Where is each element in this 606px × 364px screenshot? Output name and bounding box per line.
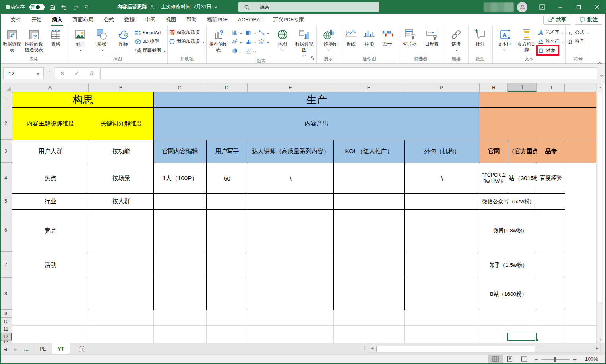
formula-input[interactable] xyxy=(100,67,597,79)
row-header-1[interactable]: 1 xyxy=(0,92,12,107)
search-input[interactable]: 搜索 xyxy=(238,2,379,12)
column-header-E[interactable]: E xyxy=(248,83,333,92)
zoom-slider-thumb[interactable] xyxy=(554,357,556,362)
column-header-D[interactable]: D xyxy=(206,83,248,92)
ribbon-tab-视图[interactable]: 视图 xyxy=(161,14,181,26)
cell-H6[interactable]: 微博(1.8w粉) xyxy=(480,209,537,252)
icons-button[interactable]: 图标 xyxy=(113,27,134,54)
table-button[interactable]: 表格 xyxy=(45,27,66,54)
row-header-10[interactable]: 10 xyxy=(0,318,12,325)
autosave-toggle[interactable]: 开 xyxy=(29,4,45,10)
cell-D5[interactable] xyxy=(206,193,248,210)
maximize-button[interactable] xyxy=(569,0,588,14)
cell-H4[interactable]: 非CPC 0.28w UV/天 xyxy=(480,163,508,194)
cell-F4[interactable] xyxy=(333,163,405,194)
recommended-pivottables-button[interactable]: ?推荐的数据透视表 xyxy=(23,27,45,54)
cell-H3[interactable]: 官网 xyxy=(480,140,508,163)
smartart-button[interactable]: SmartArt xyxy=(135,29,161,36)
row-header-6[interactable]: 6 xyxy=(0,209,12,252)
cell-E6[interactable] xyxy=(248,209,334,252)
cell-B3[interactable]: 按功能 xyxy=(89,140,154,163)
cell-E3[interactable]: 达人讲师（高质量系列内容） xyxy=(248,140,334,163)
cell-H2[interactable] xyxy=(480,107,596,140)
cell-C4[interactable]: 1人（100P） xyxy=(153,163,207,194)
enter-icon[interactable]: ✓ xyxy=(74,70,79,77)
cell-G3[interactable]: 外包（机构） xyxy=(404,140,480,163)
ribbon-tab-ACROBAT[interactable]: ACROBAT xyxy=(233,14,268,26)
ribbon-tab-审阅[interactable]: 审阅 xyxy=(140,14,161,26)
cell-J3[interactable]: 品专 xyxy=(537,140,565,163)
column-header-G[interactable]: G xyxy=(404,83,480,92)
normal-view-button[interactable] xyxy=(488,355,503,363)
wordart-button[interactable]: A艺术字 xyxy=(538,29,565,36)
redo-button[interactable] xyxy=(72,4,79,10)
new-sheet-button[interactable]: + xyxy=(79,346,85,352)
cell-B6[interactable] xyxy=(89,209,154,252)
row-header-11[interactable]: 11 xyxy=(0,325,12,333)
column-sparkline-button[interactable]: 柱形 xyxy=(360,27,378,47)
cell-F6[interactable] xyxy=(333,209,405,252)
cell-B2[interactable]: 关键词分解维度 xyxy=(89,107,154,140)
equation-button[interactable]: π公式 xyxy=(567,29,589,36)
cell-K3[interactable] xyxy=(565,140,596,163)
ribbon-display-options-button[interactable] xyxy=(533,0,551,14)
column-header-partial[interactable] xyxy=(565,83,596,92)
line-sparkline-button[interactable]: 折线 xyxy=(342,27,360,47)
cell-C3[interactable]: 官网内容编辑 xyxy=(153,140,207,163)
cell-E7[interactable] xyxy=(248,252,334,278)
signature-line-button[interactable]: 签名行 xyxy=(538,38,565,45)
ribbon-tab-帮助[interactable]: 帮助 xyxy=(181,14,202,26)
scroll-left-icon[interactable]: ◀ xyxy=(371,347,373,350)
cell-H1[interactable] xyxy=(480,92,596,108)
hscroll-drag-handle[interactable]: ⋮ xyxy=(362,345,367,351)
cell-A1[interactable]: 构思 xyxy=(12,92,154,108)
save-button[interactable] xyxy=(49,4,56,10)
get-addins-button[interactable]: 获取加载项 xyxy=(169,29,200,36)
cell-C8[interactable] xyxy=(153,278,207,310)
column-header-F[interactable]: F xyxy=(333,83,404,92)
cell-A4[interactable]: 热点 xyxy=(12,163,89,194)
customize-quick-access-icon[interactable] xyxy=(84,5,88,9)
page-layout-view-button[interactable] xyxy=(503,355,517,363)
symbol-button[interactable]: Ω符号 xyxy=(567,38,584,45)
cancel-icon[interactable]: × xyxy=(60,69,64,77)
scroll-right-icon[interactable]: ▶ xyxy=(596,347,599,350)
column-header-C[interactable]: C xyxy=(153,83,206,92)
cell-B7[interactable] xyxy=(89,252,154,278)
expand-formula-bar-icon[interactable] xyxy=(600,71,604,79)
maps-button[interactable]: 地图 xyxy=(272,27,293,54)
row-header-5[interactable]: 5 xyxy=(0,193,12,209)
zoom-slider[interactable] xyxy=(541,359,570,360)
ribbon-tab-开始[interactable]: 开始 xyxy=(26,14,47,26)
sheet-overflow-indicator[interactable]: … xyxy=(21,346,32,352)
ribbon-tab-福昕PDF[interactable]: 福昕PDF xyxy=(202,14,233,26)
cell-H7[interactable]: 知乎（1.5w粉） xyxy=(480,252,537,278)
column-header-A[interactable]: A xyxy=(12,83,89,92)
cell-G7[interactable] xyxy=(404,252,480,278)
cell-A8[interactable] xyxy=(12,278,89,310)
pivot-chart-button[interactable]: 数据透视图 xyxy=(294,27,315,58)
fill-handle[interactable] xyxy=(535,339,538,342)
shapes-button[interactable]: 形状 xyxy=(91,27,112,54)
sheet-nav-right-icon[interactable]: ▶ xyxy=(10,347,21,351)
cell-F5[interactable] xyxy=(333,193,405,210)
cell-G4[interactable]: \ xyxy=(404,163,480,194)
cell-D6[interactable] xyxy=(206,209,248,252)
cell-D8[interactable] xyxy=(206,278,248,310)
3d-models-button[interactable]: 3D 模型 xyxy=(135,38,159,45)
pivot-table-button[interactable]: 数据透视表 xyxy=(1,27,23,54)
cell-B4[interactable]: 按场景 xyxy=(89,163,154,194)
my-addins-button[interactable]: 我的加载项 xyxy=(169,38,205,45)
cell-C7[interactable] xyxy=(153,252,207,278)
cell-A5[interactable]: 行业 xyxy=(12,193,89,210)
insert-hierarchy-chart-button[interactable] xyxy=(245,29,256,36)
comments-button[interactable]: 批注 xyxy=(575,15,602,25)
ribbon-tab-插入[interactable]: 插入 xyxy=(47,14,68,26)
cell-B5[interactable]: 按人群 xyxy=(89,193,154,210)
slicer-button[interactable]: 切片器 xyxy=(399,27,421,54)
sheet-tab-PE[interactable]: PE xyxy=(34,343,52,354)
3d-map-button[interactable]: 三维地图 xyxy=(318,27,339,54)
close-button[interactable] xyxy=(588,0,606,14)
ribbon-tab-页面布局[interactable]: 页面布局 xyxy=(68,14,99,26)
cell-E5[interactable] xyxy=(248,193,334,210)
